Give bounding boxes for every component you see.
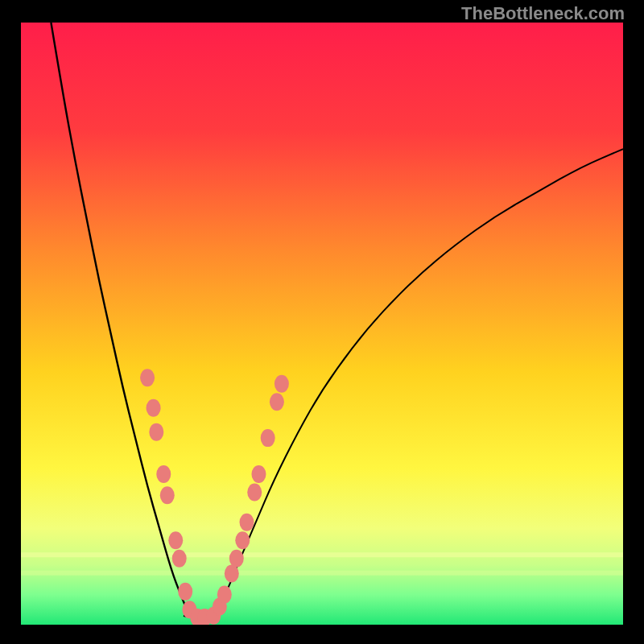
- watermark-text: TheBottleneck.com: [461, 3, 625, 24]
- marker-dot: [156, 465, 171, 483]
- marker-dot: [261, 429, 275, 447]
- marker-dot: [225, 564, 239, 582]
- gradient-background: [21, 23, 623, 625]
- marker-dot: [160, 486, 175, 504]
- marker-dot: [229, 550, 244, 568]
- marker-dot: [251, 465, 266, 483]
- marker-dot: [235, 531, 250, 549]
- marker-dot: [178, 583, 192, 601]
- marker-dot: [149, 423, 163, 441]
- marker-dot: [147, 399, 161, 417]
- marker-dot: [247, 483, 262, 501]
- marker-dot: [217, 586, 232, 604]
- valley-band-1: [21, 552, 623, 557]
- valley-band-2: [21, 571, 623, 576]
- marker-dot: [275, 375, 289, 393]
- chart-svg: [21, 23, 623, 625]
- marker-dot: [168, 531, 183, 549]
- marker-dot: [172, 550, 187, 568]
- chart-plot-area: [21, 23, 623, 625]
- marker-dot: [270, 393, 284, 411]
- chart-stage: TheBottleneck.com: [0, 0, 644, 644]
- marker-dot: [140, 369, 155, 386]
- marker-dot: [240, 514, 254, 531]
